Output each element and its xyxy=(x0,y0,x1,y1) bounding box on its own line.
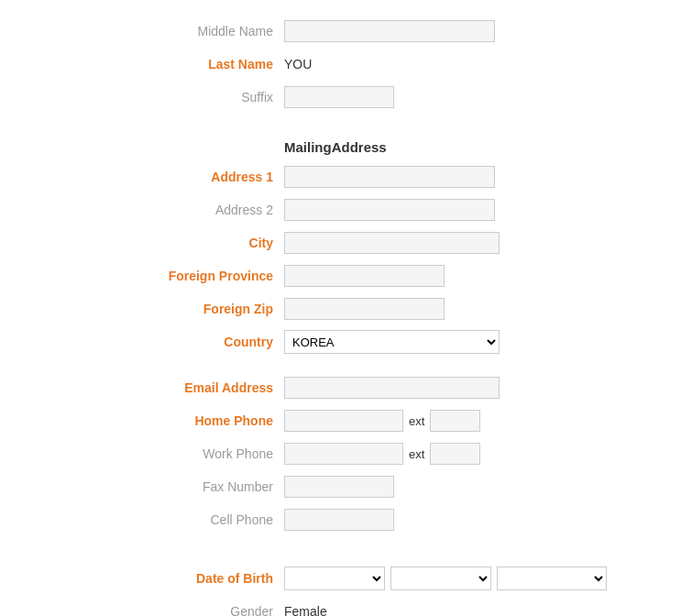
city-input[interactable] xyxy=(284,232,500,254)
mailing-address-title: MailingAddress xyxy=(284,139,387,155)
gender-value: Female xyxy=(284,604,327,616)
address2-field xyxy=(284,199,495,221)
city-field xyxy=(284,232,500,254)
country-row: Country KOREA UNITED STATES CANADA JAPAN… xyxy=(37,329,655,355)
email-row: Email Address xyxy=(37,375,655,401)
email-label: Email Address xyxy=(37,380,284,395)
foreign-province-input[interactable] xyxy=(284,265,445,287)
fax-field xyxy=(284,476,394,498)
home-phone-label: Home Phone xyxy=(37,413,284,428)
foreign-province-row: Foreign Province xyxy=(37,263,655,289)
email-input[interactable] xyxy=(284,377,500,399)
city-row: City xyxy=(37,230,655,256)
fax-row: Fax Number xyxy=(37,474,655,500)
middle-name-label: Middle Name xyxy=(37,24,284,38)
last-name-value: YOU xyxy=(284,57,312,72)
dob-row: Date of Birth January February March Apr… xyxy=(37,566,655,591)
home-phone-row: Home Phone ext xyxy=(37,408,655,434)
last-name-label: Last Name xyxy=(37,57,284,72)
dob-year-select[interactable]: 2000199919981990 198519801970 xyxy=(497,566,607,590)
work-phone-row: Work Phone ext xyxy=(37,441,655,467)
dob-label: Date of Birth xyxy=(37,571,284,586)
foreign-province-label: Foreign Province xyxy=(37,269,284,283)
work-phone-label: Work Phone xyxy=(37,446,284,461)
suffix-input[interactable] xyxy=(284,86,394,108)
home-phone-ext-label: ext xyxy=(409,414,424,428)
middle-name-field xyxy=(284,20,495,42)
cell-phone-label: Cell Phone xyxy=(37,512,284,527)
dob-field: January February March April May June Ju… xyxy=(284,566,607,590)
home-phone-input[interactable] xyxy=(284,410,403,432)
foreign-zip-row: Foreign Zip xyxy=(37,296,655,322)
country-field: KOREA UNITED STATES CANADA JAPAN CHINA O… xyxy=(284,330,500,354)
foreign-province-field xyxy=(284,265,445,287)
fax-label: Fax Number xyxy=(37,479,284,494)
suffix-row: Suffix xyxy=(37,84,655,110)
work-phone-ext-input[interactable] xyxy=(430,443,480,465)
foreign-zip-input[interactable] xyxy=(284,298,445,320)
foreign-zip-field xyxy=(284,298,445,320)
fax-input[interactable] xyxy=(284,476,394,498)
suffix-label: Suffix xyxy=(37,90,284,104)
dob-day-select[interactable]: 1234 5678 9101112 13141516 17181920 2122… xyxy=(390,566,491,590)
dob-month-select[interactable]: January February March April May June Ju… xyxy=(284,566,385,590)
address2-row: Address 2 xyxy=(37,197,655,223)
city-label: City xyxy=(37,236,284,250)
address2-input[interactable] xyxy=(284,199,495,221)
last-name-field: YOU xyxy=(284,57,312,72)
email-field xyxy=(284,377,500,399)
form-container: Middle Name Last Name YOU Suffix Mailing… xyxy=(0,0,692,616)
middle-name-row: Middle Name xyxy=(37,18,655,44)
address1-field xyxy=(284,166,495,188)
gender-label: Gender xyxy=(37,604,284,616)
mailing-address-header: MailingAddress xyxy=(37,139,655,155)
home-phone-ext-input[interactable] xyxy=(430,410,480,432)
suffix-field xyxy=(284,86,394,108)
country-select[interactable]: KOREA UNITED STATES CANADA JAPAN CHINA O… xyxy=(284,330,500,354)
home-phone-field: ext xyxy=(284,410,480,432)
cell-phone-input[interactable] xyxy=(284,509,394,531)
address2-label: Address 2 xyxy=(37,203,284,217)
gender-row: Gender Female xyxy=(37,599,655,616)
address1-row: Address 1 xyxy=(37,164,655,190)
foreign-zip-label: Foreign Zip xyxy=(37,302,284,316)
work-phone-input[interactable] xyxy=(284,443,403,465)
work-phone-field: ext xyxy=(284,443,480,465)
address1-label: Address 1 xyxy=(37,170,284,184)
address1-input[interactable] xyxy=(284,166,495,188)
cell-phone-row: Cell Phone xyxy=(37,507,655,533)
middle-name-input[interactable] xyxy=(284,20,495,42)
work-phone-ext-label: ext xyxy=(409,447,424,461)
country-label: Country xyxy=(37,335,284,349)
cell-phone-field xyxy=(284,509,394,531)
gender-field: Female xyxy=(284,604,327,616)
last-name-row: Last Name YOU xyxy=(37,51,655,77)
